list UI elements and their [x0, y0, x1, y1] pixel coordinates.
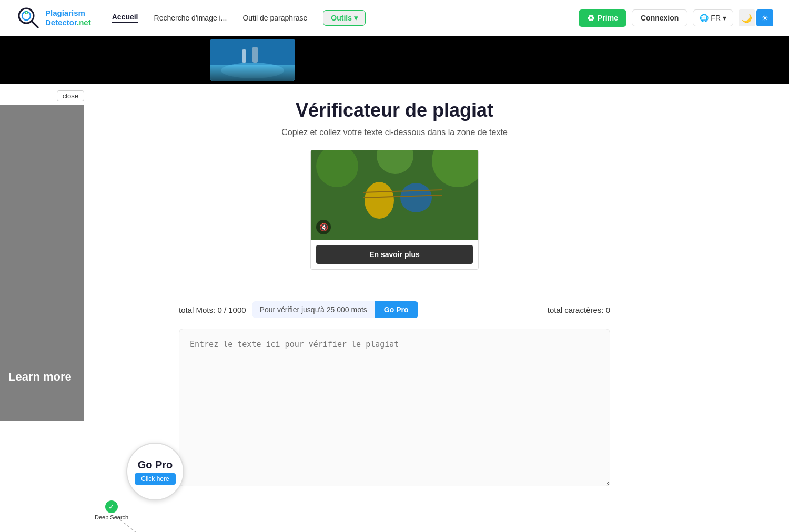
nav-accueil[interactable]: Accueil	[112, 13, 138, 23]
center-ad: Ad ✕	[310, 150, 479, 270]
textarea-wrapper	[158, 329, 631, 488]
svg-point-12	[400, 183, 432, 212]
go-pro-button[interactable]: Go Pro	[375, 301, 418, 318]
word-count-bar: total Mots: 0 / 1000 Pour vérifier jusqu…	[158, 296, 631, 323]
go-pro-circle-title: Go Pro	[138, 459, 173, 471]
top-ad-inner	[210, 36, 579, 84]
top-ad-banner	[0, 36, 789, 84]
svg-point-7	[221, 63, 284, 78]
page-title: Vérificateur de plagiat	[11, 99, 778, 121]
lang-button[interactable]: 🌐 FR ▾	[693, 9, 733, 26]
ad-video-area: 🔇	[311, 150, 478, 240]
word-count-left: total Mots: 0 / 1000 Pour vérifier jusqu…	[179, 301, 418, 318]
outils-dropdown[interactable]: Outils ▾	[323, 10, 366, 26]
plagiarism-text-input[interactable]	[179, 329, 610, 486]
svg-point-11	[365, 182, 394, 219]
chevron-down-icon: ▾	[354, 14, 358, 22]
svg-line-2	[32, 21, 38, 27]
mute-icon-symbol: 🔇	[319, 223, 328, 231]
svg-rect-6	[210, 65, 295, 81]
svg-point-4	[26, 12, 27, 14]
hero-subtitle: Copiez et collez votre texte ci-dessous …	[11, 128, 778, 137]
ad-learn-more-button[interactable]: En savoir plus	[316, 245, 473, 264]
top-ad-thumbnail	[210, 39, 295, 81]
header: Plagiarism Detector.net Accueil Recherch…	[0, 0, 789, 36]
prime-button[interactable]: ♻ Prime	[579, 9, 626, 27]
logo-icon	[16, 5, 41, 30]
svg-rect-8	[242, 49, 246, 63]
go-pro-promo: Pour vérifier jusqu'à 25 000 mots Go Pro	[252, 301, 418, 318]
header-right: ♻ Prime Connexion 🌐 FR ▾ 🌙 ☀	[579, 9, 773, 27]
sidebar-close-button[interactable]: close	[57, 90, 84, 101]
go-pro-promo-text: Pour vérifier jusqu'à 25 000 mots	[252, 301, 375, 318]
svg-rect-9	[252, 47, 258, 63]
theme-toggle: 🌙 ☀	[739, 9, 773, 26]
main-content: Vérificateur de plagiat Copiez et collez…	[0, 84, 789, 488]
chevron-down-icon-lang: ▾	[723, 14, 726, 22]
sidebar-ad: close Learn more	[0, 105, 84, 421]
connexion-button[interactable]: Connexion	[632, 9, 687, 26]
light-mode-button[interactable]: ☀	[756, 9, 773, 26]
main-nav: Accueil Recherche d'image i... Outil de …	[112, 10, 579, 26]
total-chars: total caractères: 0	[548, 305, 610, 314]
hero-section: Vérificateur de plagiat Copiez et collez…	[0, 84, 789, 296]
dark-mode-button[interactable]: 🌙	[739, 9, 755, 26]
mute-button[interactable]: 🔇	[316, 220, 331, 234]
sidebar-learn-more[interactable]: Learn more	[0, 365, 80, 389]
globe-icon: 🌐	[700, 14, 709, 22]
word-count-label: total Mots: 0 / 1000	[179, 305, 246, 314]
nav-paraphrase[interactable]: Outil de paraphrase	[242, 14, 307, 22]
logo[interactable]: Plagiarism Detector.net	[16, 5, 91, 30]
logo-text: Plagiarism Detector.net	[45, 8, 91, 27]
go-pro-click-here-button[interactable]: Click here	[135, 473, 175, 485]
recycle-icon: ♻	[587, 13, 594, 23]
nav-image-search[interactable]: Recherche d'image i...	[154, 14, 227, 22]
